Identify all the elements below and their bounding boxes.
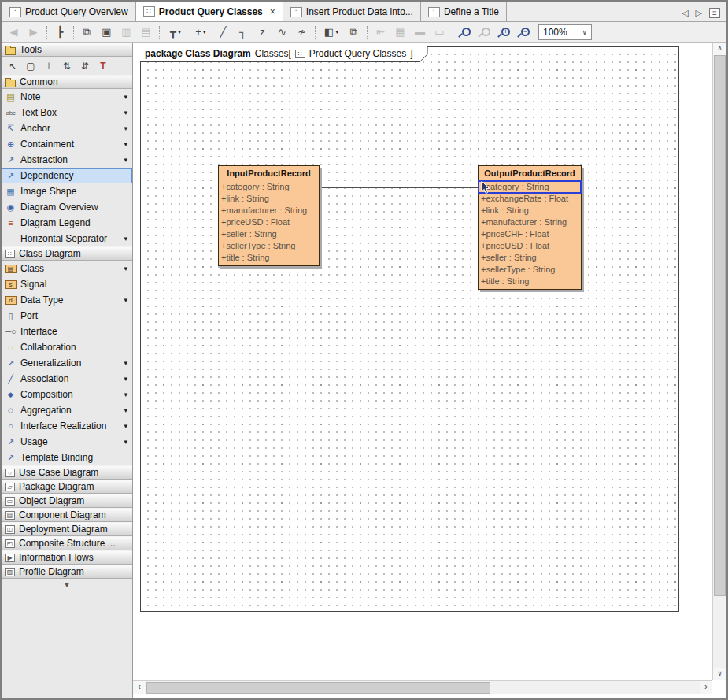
back-button[interactable]: ◀ ▾ bbox=[4, 24, 24, 41]
tab-list-button[interactable]: ≡ bbox=[709, 8, 720, 18]
palette-item[interactable]: ▤ Note ▾ bbox=[2, 89, 132, 105]
diagram-tab[interactable]: ∷ Product Query Classes × bbox=[135, 1, 283, 21]
scroll-right-button[interactable]: › bbox=[700, 681, 712, 694]
scroll-down-button[interactable]: ∨ bbox=[713, 668, 726, 680]
palette-section-header[interactable]: ◰ Composite Structure ... bbox=[2, 536, 132, 550]
scroll-tabs-left-button[interactable]: ◁ bbox=[682, 8, 688, 18]
dropdown-caret-icon[interactable]: ▾ bbox=[124, 140, 127, 148]
palette-item[interactable]: ▯ Port ▾ bbox=[2, 308, 132, 324]
appearance-button[interactable]: ◧ ▾ bbox=[319, 24, 344, 41]
paste-button[interactable]: ▣ ▾ bbox=[97, 24, 116, 41]
path-curved-button[interactable]: ∿ ▾ bbox=[272, 24, 292, 41]
dropdown-caret-icon[interactable]: ▾ bbox=[124, 124, 127, 132]
refactor-to-shape-button[interactable]: ⧉ ▾ bbox=[344, 24, 364, 41]
diagram-tab[interactable]: ∴ Product Query Overview bbox=[2, 2, 136, 21]
class-attribute[interactable]: +priceUSD : Float bbox=[479, 240, 581, 252]
class-attribute[interactable]: +title : String bbox=[219, 252, 319, 264]
palette-item[interactable]: ◇ Aggregation ▾ bbox=[2, 402, 132, 418]
horizontal-scrollbar[interactable]: ‹ › bbox=[133, 680, 712, 694]
class-attribute[interactable]: +link : String bbox=[479, 205, 581, 217]
path-oblique-button[interactable]: z ▾ bbox=[253, 24, 272, 41]
palette-item[interactable]: ---- Horizontal Separator ▾ bbox=[2, 231, 132, 246]
class-attribute[interactable]: +priceCHF : Float bbox=[479, 228, 581, 240]
resize-to-contents-button[interactable]: ⇤ ▾ bbox=[371, 24, 390, 41]
dropdown-caret-icon[interactable]: ▾ bbox=[178, 28, 181, 35]
class-attribute[interactable]: +seller : String bbox=[219, 228, 319, 240]
path-custom-button[interactable]: ≁ ▾ bbox=[292, 24, 312, 41]
dropdown-caret-icon[interactable]: ▾ bbox=[335, 28, 338, 35]
layout-button[interactable]: ┳ ▾ bbox=[163, 24, 188, 41]
close-tab-button[interactable]: × bbox=[270, 6, 275, 17]
diagram-canvas[interactable]: package Class Diagram Classes[ ∷ Product… bbox=[133, 43, 712, 680]
copy-button[interactable]: ⧉ ▾ bbox=[77, 24, 97, 41]
dropdown-caret-icon[interactable]: ▾ bbox=[203, 28, 206, 35]
vertical-scrollbar-thumb[interactable] bbox=[714, 55, 726, 596]
palette-item[interactable]: ▦ Image Shape ▾ bbox=[2, 183, 132, 199]
palette-item[interactable]: ↗ Dependency ▾ bbox=[2, 168, 132, 183]
palette-section-header[interactable]: ▭ Object Diagram bbox=[2, 494, 132, 508]
class-attribute[interactable]: +link : String bbox=[219, 193, 319, 205]
dependency-link[interactable] bbox=[320, 187, 478, 188]
zoom-in-button[interactable]: + ▾ bbox=[496, 24, 516, 41]
palette-item[interactable]: abc Text Box ▾ bbox=[2, 105, 132, 120]
class-attribute[interactable]: +exchangeRate : Float bbox=[479, 193, 581, 205]
forward-button[interactable]: ▶ ▾ bbox=[24, 24, 43, 41]
sticky-selection-button[interactable]: ▢ bbox=[25, 61, 36, 72]
class-attribute[interactable]: +sellerType : String bbox=[219, 240, 319, 252]
toolbar-button[interactable]: ▾ bbox=[312, 24, 319, 41]
show-compartments-button[interactable]: ▦ ▾ bbox=[390, 24, 410, 41]
quick-layout-button[interactable]: + ▾ bbox=[188, 24, 213, 41]
palette-item[interactable]: ◉ Diagram Overview ▾ bbox=[2, 199, 132, 215]
dropdown-caret-icon[interactable]: ▾ bbox=[124, 406, 127, 414]
class-attribute[interactable]: +title : String bbox=[479, 276, 581, 287]
class-inputproductrecord[interactable]: InputProductRecord +category : String +l… bbox=[218, 165, 320, 266]
dropdown-caret-icon[interactable]: ▾ bbox=[124, 422, 127, 430]
toolbar-button[interactable]: ▾ bbox=[449, 24, 456, 41]
palette-more-button[interactable]: ▼ bbox=[2, 579, 132, 591]
palette-item[interactable]: ↗ Generalization ▾ bbox=[2, 355, 132, 371]
class-name[interactable]: InputProductRecord bbox=[219, 166, 319, 180]
palette-item[interactable]: ○ Interface Realization ▾ bbox=[2, 418, 132, 434]
class-outputproductrecord[interactable]: OutputProductRecord +category : String +… bbox=[478, 165, 582, 290]
palette-item[interactable]: ↗ Usage ▾ bbox=[2, 434, 132, 450]
diagram-frame-header[interactable]: package Class Diagram Classes[ ∷ Product… bbox=[140, 46, 428, 62]
zoom-fit-button[interactable]: ▾ bbox=[476, 24, 496, 41]
dropdown-caret-icon[interactable]: ▾ bbox=[124, 391, 127, 398]
dropdown-caret-icon[interactable]: ▾ bbox=[124, 296, 127, 304]
palette-item[interactable]: ↸ Anchor ▾ bbox=[2, 120, 132, 136]
palette-section-tools[interactable]: Tools bbox=[2, 43, 132, 57]
palette-item[interactable]: ≡ Diagram Legend ▾ bbox=[2, 215, 132, 231]
palette-item[interactable]: ↗ Template Binding ▾ bbox=[2, 450, 132, 465]
zoom-out-button[interactable]: − ▾ bbox=[516, 24, 535, 41]
palette-section-header[interactable]: ▨ Profile Diagram bbox=[2, 565, 132, 579]
path-straight-button[interactable]: ╱ ▾ bbox=[213, 24, 233, 41]
distribute-vertically-button[interactable]: ⇅ bbox=[61, 61, 72, 72]
dropdown-caret-icon[interactable]: ▾ bbox=[124, 109, 127, 117]
scroll-tabs-right-button[interactable]: ▷ bbox=[696, 8, 702, 18]
dropdown-caret-icon[interactable]: ▾ bbox=[124, 359, 127, 367]
class-attribute[interactable]: +category : String bbox=[219, 181, 319, 193]
toolbar-button[interactable]: ▾ bbox=[43, 24, 50, 41]
palette-section-class-diagram[interactable]: ∷ Class Diagram bbox=[2, 246, 132, 261]
palette-item[interactable]: ◌ Collaboration ▾ bbox=[2, 339, 132, 355]
dropdown-caret-icon[interactable]: ▾ bbox=[124, 265, 127, 272]
palette-item[interactable]: ─○ Interface ▾ bbox=[2, 324, 132, 339]
scroll-left-button[interactable]: ‹ bbox=[133, 681, 146, 694]
zoom-region-button[interactable]: ▾ bbox=[456, 24, 476, 41]
palette-item[interactable]: ╱ Association ▾ bbox=[2, 371, 132, 387]
dropdown-caret-icon[interactable]: ▾ bbox=[124, 438, 127, 446]
palette-item[interactable]: s Signal ▾ bbox=[2, 276, 132, 292]
palette-section-common[interactable]: Common bbox=[2, 75, 132, 89]
palette-item[interactable]: ⊕ Containment ▾ bbox=[2, 136, 132, 152]
palette-section-header[interactable]: ▶ Information Flows bbox=[2, 550, 132, 565]
palette-section-header[interactable]: ▤ Component Diagram bbox=[2, 508, 132, 522]
diagram-tab[interactable]: ∴ Insert Product Data into... bbox=[283, 2, 421, 21]
palette-item[interactable]: ↗ Abstraction ▾ bbox=[2, 152, 132, 168]
class-attribute[interactable]: +manufacturer : String bbox=[219, 205, 319, 217]
diagram-tab[interactable]: ∴ Define a Title bbox=[420, 2, 507, 21]
zoom-level-combobox[interactable]: 100% ∨ bbox=[538, 24, 592, 40]
toolbar-button[interactable]: ▾ bbox=[70, 24, 77, 41]
distribute-horizontally-button[interactable]: ⇵ bbox=[79, 61, 91, 72]
palette-item[interactable]: ◆ Composition ▾ bbox=[2, 387, 132, 402]
pointer-tool-button[interactable]: ↖ bbox=[7, 61, 18, 72]
